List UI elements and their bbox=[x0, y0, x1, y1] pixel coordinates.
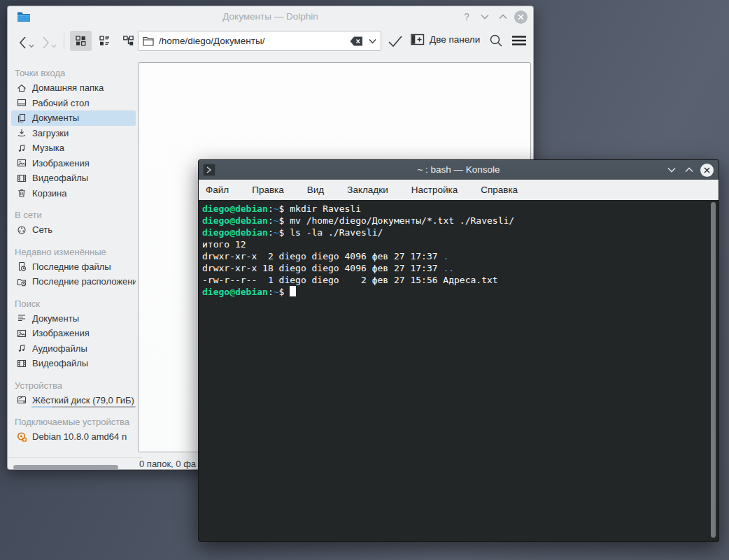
sidebar-section-header: Устройства bbox=[8, 378, 142, 393]
terminal-line: -rw-r--r-- 1 diego diego 2 фев 27 15:56 … bbox=[202, 274, 718, 286]
sidebar-item[interactable]: Аудиофайлы bbox=[11, 341, 136, 357]
sidebar-item[interactable]: Загрузки bbox=[11, 126, 136, 141]
forward-dropdown-caret-icon[interactable] bbox=[51, 44, 57, 48]
sidebar-item[interactable]: Debian 10.8.0 amd64 n bbox=[11, 429, 136, 445]
maximize-button[interactable] bbox=[683, 162, 695, 178]
documents-icon bbox=[16, 113, 27, 124]
trash-icon bbox=[16, 187, 27, 199]
terminal-line: diego@debian:~$ bbox=[202, 286, 718, 298]
sidebar-item[interactable]: Видеофайлы bbox=[11, 356, 136, 371]
sidebar-item-label: Загрузки bbox=[32, 128, 69, 138]
maximize-button[interactable] bbox=[496, 9, 510, 24]
terminal-output[interactable]: diego@debian:~$ mkdir Raveslidiego@debia… bbox=[199, 200, 718, 540]
search-icon[interactable] bbox=[489, 34, 503, 48]
split-view-label: Две панели bbox=[430, 34, 480, 45]
back-button[interactable] bbox=[17, 36, 29, 50]
terminal-line: diego@debian:~$ mv /home/diego/Документы… bbox=[202, 215, 718, 227]
menu-справка[interactable]: Справка bbox=[474, 180, 525, 200]
menu-файл[interactable]: Файл bbox=[199, 180, 236, 200]
sidebar-item-label: Корзина bbox=[32, 188, 67, 199]
dolphin-toolbar: /home/diego/Документы/ bbox=[8, 27, 533, 59]
sidebar-item[interactable]: Сеть bbox=[11, 222, 136, 238]
split-view-icon bbox=[411, 34, 425, 45]
sidebar-item-label: Видеофайлы bbox=[32, 358, 88, 368]
help-button[interactable]: ? bbox=[460, 9, 474, 24]
close-button[interactable] bbox=[514, 10, 528, 24]
recent-file-icon bbox=[16, 261, 27, 272]
accept-location-button[interactable] bbox=[387, 35, 404, 48]
sidebar-item[interactable]: Видеофайлы bbox=[11, 171, 136, 186]
konsole-titlebar[interactable]: ~ : bash — Konsole bbox=[199, 160, 719, 180]
compact-view-button[interactable] bbox=[94, 31, 115, 51]
status-bar-text: 0 папок, 0 фа bbox=[139, 459, 196, 469]
harddisk-icon bbox=[16, 394, 27, 405]
sidebar-item-label: Видеофайлы bbox=[32, 173, 88, 183]
places-panel: Точки входаДомашняя папкаРабочий столДок… bbox=[8, 59, 142, 469]
folder-icon bbox=[143, 36, 154, 46]
terminal-cursor bbox=[290, 286, 296, 296]
sidebar-item[interactable]: Корзина bbox=[11, 186, 136, 201]
forward-button[interactable] bbox=[40, 36, 51, 50]
disc-icon bbox=[16, 431, 27, 443]
terminal-scrollbar[interactable] bbox=[711, 202, 716, 538]
sidebar-item-label: Документы bbox=[32, 113, 79, 123]
sidebar-item-label: Изображения bbox=[32, 328, 90, 338]
sidebar-item-label: Аудиофайлы bbox=[32, 343, 87, 354]
sidebar-item-label: Последние расположени bbox=[32, 276, 136, 287]
sidebar-item[interactable]: Изображения bbox=[11, 156, 136, 171]
sidebar-item-label: Рабочий стол bbox=[32, 98, 90, 108]
sidebar-horizontal-scrollbar[interactable] bbox=[13, 465, 118, 470]
sidebar-item-label: Debian 10.8.0 amd64 n bbox=[32, 431, 127, 442]
video-icon bbox=[16, 173, 27, 184]
disk-usage-gauge bbox=[31, 406, 136, 408]
network-icon bbox=[16, 224, 27, 236]
terminal-line: diego@debian:~$ ls -la ./Ravesli/ bbox=[202, 227, 718, 238]
sidebar-item[interactable]: Документы bbox=[11, 311, 136, 326]
music-icon bbox=[16, 343, 27, 354]
sidebar-section-header: Подключаемые устройства bbox=[8, 415, 142, 429]
sidebar-item-label: Последние файлы bbox=[32, 261, 111, 272]
menu-вид[interactable]: Вид bbox=[300, 180, 331, 200]
location-path-text[interactable]: /home/diego/Документы/ bbox=[159, 36, 350, 46]
clear-text-icon[interactable] bbox=[350, 36, 363, 46]
dolphin-window-title: Документы — Dolphin bbox=[8, 11, 533, 22]
menu-настройка[interactable]: Настройка bbox=[404, 180, 465, 200]
sidebar-item[interactable]: Документы bbox=[11, 110, 136, 126]
sidebar-item[interactable]: Домашняя папка bbox=[11, 80, 136, 96]
sidebar-item[interactable]: Последние расположени bbox=[11, 274, 136, 289]
terminal-line: drwxr-xr-x 18 diego diego 4096 фев 27 17… bbox=[202, 262, 718, 274]
location-dropdown-chevron-icon[interactable] bbox=[369, 38, 376, 44]
sidebar-item-label: Музыка bbox=[32, 143, 64, 153]
icons-view-button[interactable] bbox=[70, 31, 92, 51]
dolphin-titlebar[interactable]: Документы — Dolphin ? bbox=[8, 6, 533, 27]
menu-закладки[interactable]: Закладки bbox=[340, 180, 395, 200]
sidebar-item-label: Изображения bbox=[32, 158, 90, 168]
image-icon bbox=[16, 328, 27, 339]
sidebar-item[interactable]: Музыка bbox=[11, 141, 136, 156]
recent-location-icon bbox=[16, 276, 27, 287]
minimize-button[interactable] bbox=[665, 162, 678, 178]
sidebar-item-label: Сеть bbox=[32, 224, 52, 235]
sidebar-item-label: Домашняя папка bbox=[32, 82, 104, 93]
split-view-button[interactable]: Две панели bbox=[411, 34, 480, 45]
sidebar-item[interactable]: Жёсткий диск (79,0 ГиБ) bbox=[11, 393, 136, 408]
location-bar[interactable]: /home/diego/Документы/ bbox=[138, 31, 381, 51]
image-icon bbox=[16, 157, 27, 168]
konsole-menubar: ФайлПравкаВидЗакладкиНастройкаСправка bbox=[199, 180, 719, 200]
toolbar-separator bbox=[64, 33, 64, 50]
video-icon bbox=[16, 358, 27, 369]
menu-правка[interactable]: Правка bbox=[245, 180, 291, 200]
terminal-line: итого 12 bbox=[202, 238, 718, 250]
tree-view-button[interactable] bbox=[118, 31, 139, 51]
sidebar-item[interactable]: Рабочий стол bbox=[11, 96, 136, 111]
back-dropdown-caret-icon[interactable] bbox=[29, 44, 34, 48]
sidebar-section-header: Недавно изменённые bbox=[8, 245, 142, 259]
sidebar-item[interactable]: Изображения bbox=[11, 326, 136, 341]
hamburger-menu-icon[interactable] bbox=[511, 35, 527, 46]
close-button[interactable] bbox=[700, 164, 714, 177]
sidebar-item[interactable]: Последние файлы bbox=[11, 259, 136, 275]
minimize-button[interactable] bbox=[478, 9, 492, 24]
music-icon bbox=[16, 143, 27, 154]
desktop-icon bbox=[16, 97, 27, 108]
sidebar-section-header: Точки входа bbox=[8, 66, 142, 80]
